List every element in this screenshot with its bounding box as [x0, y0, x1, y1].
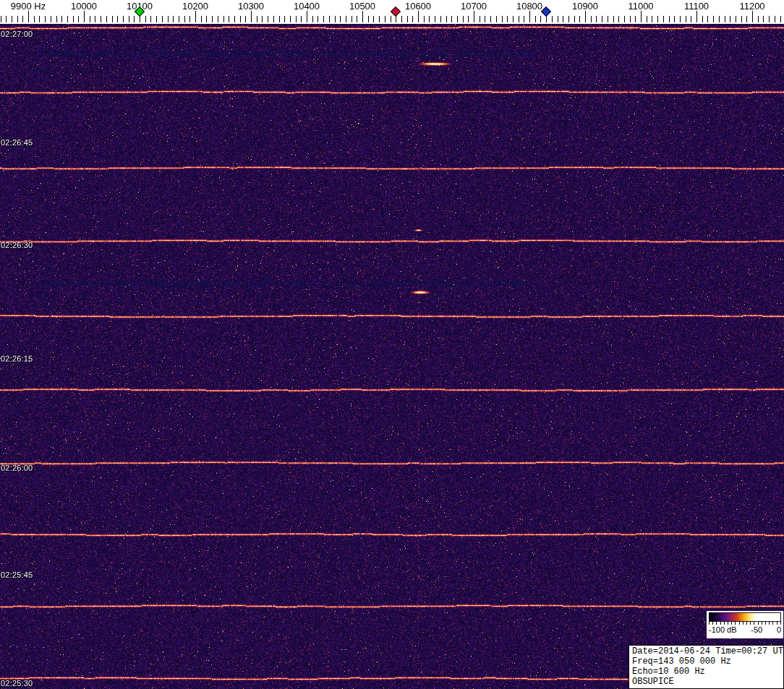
meteor-spectrogram-app: 9900 Hz100001010010200103001040010500106…	[0, 0, 784, 689]
info-echo: Echo=10 600 Hz	[632, 667, 780, 677]
intensity-legend: -100 dB -50 0	[707, 611, 783, 638]
frequency-ruler-labels: 9900 Hz100001010010200103001040010500106…	[0, 0, 784, 10]
info-date-time: Date=2014-06-24 Time=00:27 UTC	[632, 646, 780, 656]
info-frequency: Freq=143 050 000 Hz	[632, 656, 780, 667]
intensity-gradient-bar	[709, 612, 781, 622]
legend-label-mid: -50	[751, 625, 762, 634]
spectrogram-canvas[interactable]	[0, 24, 784, 689]
legend-label-max: 0	[777, 625, 781, 634]
legend-scale-ticks	[709, 622, 781, 625]
legend-label-min: -100 dB	[709, 625, 737, 634]
observation-info-box: Date=2014-06-24 Time=00:27 UTC Freq=143 …	[629, 645, 784, 689]
frequency-ruler: 9900 Hz100001010010200103001040010500106…	[0, 0, 784, 24]
legend-labels: -100 dB -50 0	[709, 625, 781, 634]
info-station: OBSUPICE	[632, 677, 780, 687]
